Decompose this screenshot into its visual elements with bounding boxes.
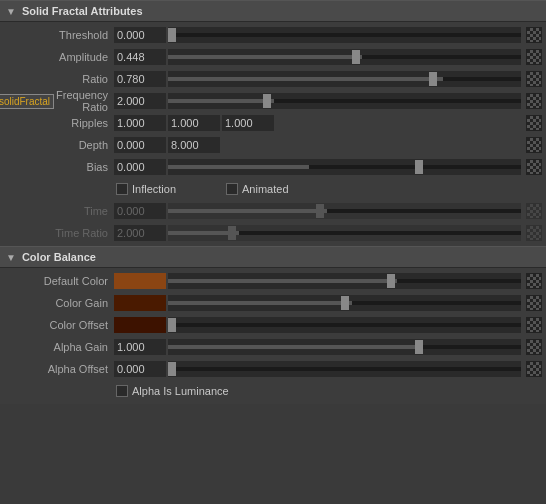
inflection-label: Inflection — [132, 183, 176, 195]
frequency-ratio-icon[interactable] — [526, 93, 542, 109]
threshold-label: Threshold — [4, 29, 114, 41]
color-balance-section: ▼ Color Balance Default Color Color Gain — [0, 246, 546, 404]
default-color-row: Default Color — [0, 270, 546, 292]
color-gain-label: Color Gain — [4, 297, 114, 309]
frequency-ratio-row: solidFractal Frequency Ratio 2.000 — [0, 90, 546, 112]
color-gain-swatch[interactable] — [114, 295, 166, 311]
frequency-ratio-slider[interactable] — [168, 93, 521, 109]
default-color-icon[interactable] — [526, 273, 542, 289]
inflection-checkbox[interactable] — [116, 183, 128, 195]
color-balance-title: Color Balance — [22, 251, 96, 263]
threshold-icon[interactable] — [526, 27, 542, 43]
time-ratio-row: Time Ratio 2.000 — [0, 222, 546, 244]
color-offset-swatch[interactable] — [114, 317, 166, 333]
animated-checkbox[interactable] — [226, 183, 238, 195]
color-offset-icon[interactable] — [526, 317, 542, 333]
time-ratio-slider[interactable] — [168, 225, 521, 241]
alpha-offset-icon[interactable] — [526, 361, 542, 377]
alpha-offset-row: Alpha Offset 0.000 — [0, 358, 546, 380]
freq-ratio-text: Frequency Ratio — [56, 89, 108, 113]
alpha-gain-icon[interactable] — [526, 339, 542, 355]
color-gain-icon[interactable] — [526, 295, 542, 311]
ratio-label: Ratio — [4, 73, 114, 85]
ripple-value-2[interactable]: 1.000 — [168, 115, 220, 131]
ripples-icon[interactable] — [526, 115, 542, 131]
alpha-gain-label: Alpha Gain — [4, 341, 114, 353]
ripple-value-3[interactable]: 1.000 — [222, 115, 274, 131]
depth-icon[interactable] — [526, 137, 542, 153]
bias-row: Bias 0.000 — [0, 156, 546, 178]
inflection-row: Inflection Animated — [0, 178, 546, 200]
amplitude-icon[interactable] — [526, 49, 542, 65]
color-offset-slider[interactable] — [168, 317, 521, 333]
bias-label: Bias — [4, 161, 114, 173]
solidfractal-tag: solidFractal — [0, 94, 54, 109]
default-color-swatch[interactable] — [114, 273, 166, 289]
ripples-row: Ripples 1.000 1.000 1.000 — [0, 112, 546, 134]
solid-fractal-header[interactable]: ▼ Solid Fractal Attributes — [0, 0, 546, 22]
solid-fractal-body: Threshold 0.000 Amplitude 0.448 — [0, 22, 546, 246]
alpha-offset-value[interactable]: 0.000 — [114, 361, 166, 377]
threshold-value[interactable]: 0.000 — [114, 27, 166, 43]
bias-icon[interactable] — [526, 159, 542, 175]
depth-value-2[interactable]: 8.000 — [168, 137, 220, 153]
time-value[interactable]: 0.000 — [114, 203, 166, 219]
ripples-label: Ripples — [4, 117, 114, 129]
alpha-gain-value[interactable]: 1.000 — [114, 339, 166, 355]
alpha-offset-slider[interactable] — [168, 361, 521, 377]
bias-value[interactable]: 0.000 — [114, 159, 166, 175]
solid-fractal-title: Solid Fractal Attributes — [22, 5, 143, 17]
frequency-ratio-label: solidFractal Frequency Ratio — [4, 89, 114, 113]
ratio-slider[interactable] — [168, 71, 521, 87]
threshold-slider[interactable] — [168, 27, 521, 43]
frequency-ratio-value[interactable]: 2.000 — [114, 93, 166, 109]
amplitude-value[interactable]: 0.448 — [114, 49, 166, 65]
bias-slider[interactable] — [168, 159, 521, 175]
threshold-row: Threshold 0.000 — [0, 24, 546, 46]
color-gain-slider[interactable] — [168, 295, 521, 311]
time-row: Time 0.000 — [0, 200, 546, 222]
color-offset-label: Color Offset — [4, 319, 114, 331]
alpha-luminance-checkbox[interactable] — [116, 385, 128, 397]
time-ratio-label: Time Ratio — [4, 227, 114, 239]
solid-fractal-section: ▼ Solid Fractal Attributes Threshold 0.0… — [0, 0, 546, 246]
default-color-label: Default Color — [4, 275, 114, 287]
alpha-luminance-checkbox-item: Alpha Is Luminance — [116, 385, 229, 397]
ripple-value-1[interactable]: 1.000 — [114, 115, 166, 131]
animated-label: Animated — [242, 183, 288, 195]
ratio-value[interactable]: 0.780 — [114, 71, 166, 87]
ratio-row: Ratio 0.780 — [0, 68, 546, 90]
color-gain-row: Color Gain — [0, 292, 546, 314]
color-balance-header[interactable]: ▼ Color Balance — [0, 246, 546, 268]
default-color-slider[interactable] — [168, 273, 521, 289]
time-icon[interactable] — [526, 203, 542, 219]
amplitude-slider[interactable] — [168, 49, 521, 65]
time-ratio-value[interactable]: 2.000 — [114, 225, 166, 241]
color-balance-body: Default Color Color Gain — [0, 268, 546, 404]
alpha-is-luminance-row: Alpha Is Luminance — [0, 380, 546, 402]
color-balance-arrow-icon: ▼ — [6, 252, 16, 263]
alpha-offset-label: Alpha Offset — [4, 363, 114, 375]
time-ratio-icon[interactable] — [526, 225, 542, 241]
alpha-gain-slider[interactable] — [168, 339, 521, 355]
amplitude-label: Amplitude — [4, 51, 114, 63]
inflection-checkbox-item: Inflection — [116, 183, 176, 195]
depth-row: Depth 0.000 8.000 — [0, 134, 546, 156]
depth-label: Depth — [4, 139, 114, 151]
animated-checkbox-item: Animated — [226, 183, 288, 195]
color-offset-row: Color Offset — [0, 314, 546, 336]
alpha-gain-row: Alpha Gain 1.000 — [0, 336, 546, 358]
collapse-arrow-icon: ▼ — [6, 6, 16, 17]
depth-value-1[interactable]: 0.000 — [114, 137, 166, 153]
time-slider[interactable] — [168, 203, 521, 219]
time-label: Time — [4, 205, 114, 217]
alpha-luminance-label: Alpha Is Luminance — [132, 385, 229, 397]
ratio-icon[interactable] — [526, 71, 542, 87]
amplitude-row: Amplitude 0.448 — [0, 46, 546, 68]
